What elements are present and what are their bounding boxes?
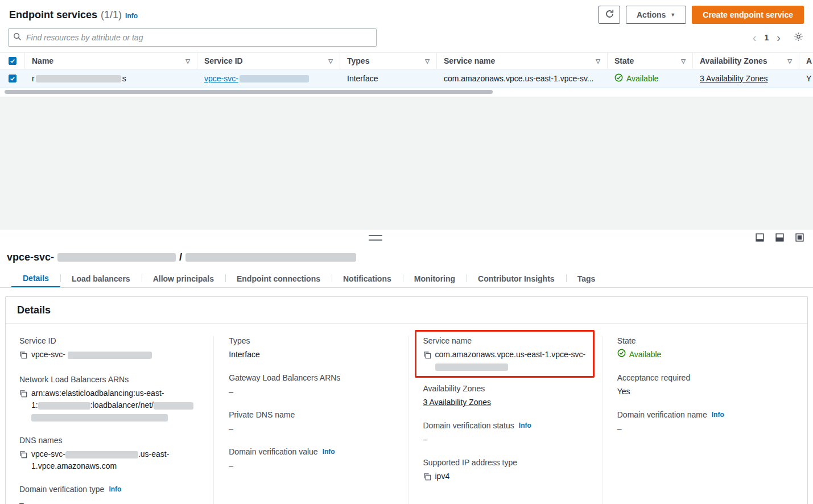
tab-load-balancers[interactable]: Load balancers: [60, 270, 142, 287]
refresh-button[interactable]: [599, 6, 620, 24]
copy-icon[interactable]: [19, 350, 27, 362]
split-panel-divider: [0, 230, 813, 251]
details-column-1: Service ID vpce-svc- Network Load Balanc…: [19, 336, 213, 504]
column-header-name[interactable]: Name▽: [25, 53, 197, 69]
row-checkbox[interactable]: [9, 75, 16, 82]
search-box[interactable]: [8, 28, 377, 47]
create-endpoint-service-button[interactable]: Create endpoint service: [692, 6, 804, 24]
tab-details[interactable]: Details: [11, 270, 60, 287]
field-domain-verification-status: Domain verification status Info –: [423, 421, 586, 445]
filter-icon[interactable]: ▽: [328, 58, 333, 64]
refresh-icon: [605, 9, 614, 20]
row-name: r s: [25, 74, 197, 83]
table-header-row: Name▽ Service ID▽ Types▽ Service name▽ S…: [0, 52, 813, 69]
field-service-name: Service name com.amazonaws.vpce.us-east-…: [415, 330, 595, 378]
field-domain-verification-type: Domain verification type Info –: [19, 485, 197, 504]
details-card-title: Details: [6, 297, 807, 324]
status-available-icon: [617, 349, 626, 361]
prev-page-button[interactable]: ‹: [753, 32, 757, 43]
field-domain-verification-value: Domain verification value Info –: [229, 447, 391, 472]
redacted-text: [38, 402, 90, 410]
tab-contributor-insights[interactable]: Contributor Insights: [467, 270, 566, 287]
endpoint-services-list-panel: Endpoint services (1/1) Info Actions ▼ C…: [0, 0, 813, 230]
redacted-text: [57, 253, 176, 262]
details-column-4: State Available Acceptance required Yes: [602, 336, 796, 504]
tab-endpoint-connections[interactable]: Endpoint connections: [225, 270, 332, 287]
redacted-text: [435, 363, 508, 371]
pagination: ‹ 1 ›: [753, 31, 804, 44]
page-title-text: Endpoint services: [9, 9, 97, 21]
tab-tags[interactable]: Tags: [566, 270, 607, 287]
filter-icon[interactable]: ▽: [787, 58, 792, 64]
field-domain-verification-name: Domain verification name Info –: [617, 410, 780, 435]
row-partial: Y: [799, 74, 813, 83]
horizontal-scrollbar[interactable]: [5, 89, 808, 94]
current-page[interactable]: 1: [765, 33, 769, 42]
details-split-panel: vpce-svc- / Details Load balancers Allow…: [0, 251, 813, 504]
field-acceptance-required: Acceptance required Yes: [617, 373, 780, 398]
field-service-id: Service ID vpce-svc-: [19, 336, 197, 362]
field-availability-zones: Availability Zones 3 Availability Zones: [423, 384, 586, 408]
row-service-name: com.amazonaws.vpce.us-east-1.vpce-sv...: [437, 74, 608, 83]
panel-layout-full-icon[interactable]: [795, 233, 804, 242]
table-row[interactable]: r s vpce-svc- Interface com.amazonaws.vp…: [0, 69, 813, 88]
redacted-text: [36, 75, 121, 82]
details-column-2: Types Interface Gateway Load Balancers A…: [213, 336, 407, 504]
settings-gear-icon[interactable]: [793, 31, 804, 44]
panel-layout-bottom-icon[interactable]: [756, 233, 764, 242]
column-header-types[interactable]: Types▽: [340, 53, 437, 69]
next-page-button[interactable]: ›: [777, 32, 781, 43]
column-header-service-name[interactable]: Service name▽: [437, 53, 608, 69]
info-link[interactable]: Info: [109, 485, 121, 493]
chevron-down-icon: ▼: [670, 12, 675, 18]
field-types: Types Interface: [229, 336, 391, 361]
result-count: (1/1): [101, 9, 122, 21]
filter-icon[interactable]: ▽: [681, 58, 686, 64]
copy-icon[interactable]: [19, 450, 27, 462]
redacted-text: [240, 75, 309, 82]
copy-icon[interactable]: [19, 389, 27, 401]
tab-notifications[interactable]: Notifications: [332, 270, 403, 287]
field-glb-arns: Gateway Load Balancers ARNs –: [229, 373, 391, 398]
info-link[interactable]: Info: [125, 12, 138, 20]
resize-handle[interactable]: [369, 235, 382, 241]
search-icon: [13, 32, 22, 43]
search-input[interactable]: [26, 33, 372, 42]
page-title: Endpoint services (1/1) Info: [9, 9, 138, 21]
copy-icon[interactable]: [423, 472, 431, 484]
empty-area: [0, 97, 813, 230]
availability-zones-link[interactable]: 3 Availability Zones: [423, 398, 492, 407]
filter-icon[interactable]: ▽: [185, 58, 190, 64]
details-column-3: Service name com.amazonaws.vpce.us-east-…: [408, 336, 602, 504]
actions-button-label: Actions: [637, 10, 666, 19]
field-state: State Available: [617, 336, 780, 361]
info-link[interactable]: Info: [712, 411, 724, 419]
info-link[interactable]: Info: [519, 422, 531, 429]
info-link[interactable]: Info: [323, 448, 335, 456]
tab-allow-principals[interactable]: Allow principals: [142, 270, 225, 287]
redacted-text: [68, 352, 152, 359]
column-header-service-id[interactable]: Service ID▽: [197, 53, 340, 69]
endpoint-services-table: Name▽ Service ID▽ Types▽ Service name▽ S…: [0, 52, 813, 97]
filter-icon[interactable]: ▽: [596, 58, 600, 64]
column-header-state[interactable]: State▽: [608, 53, 693, 69]
scrollbar-thumb[interactable]: [5, 90, 493, 94]
field-dns-names: DNS names vpce-svc-.us-east- 1.vpce.amaz…: [19, 436, 197, 472]
tab-monitoring[interactable]: Monitoring: [403, 270, 467, 287]
redacted-text: [31, 414, 168, 422]
row-service-id-link[interactable]: vpce-svc-: [197, 74, 340, 83]
column-header-partial[interactable]: A: [799, 53, 813, 69]
field-private-dns-name: Private DNS name –: [229, 410, 391, 435]
redacted-text: [154, 402, 193, 410]
filter-icon[interactable]: ▽: [425, 58, 430, 64]
actions-button[interactable]: Actions ▼: [626, 6, 686, 24]
status-available-icon: [614, 73, 623, 84]
copy-icon[interactable]: [423, 350, 431, 362]
row-availability-zones[interactable]: 3 Availability Zones: [693, 74, 799, 83]
panel-layout-split-icon[interactable]: [775, 233, 784, 242]
column-header-availability-zones[interactable]: Availability Zones▽: [693, 53, 799, 69]
row-state: Available: [608, 73, 693, 84]
select-all-checkbox[interactable]: [9, 57, 16, 65]
redacted-text: [65, 451, 138, 458]
field-nlb-arns: Network Load Balancers ARNs arn:aws:elas…: [19, 375, 197, 423]
